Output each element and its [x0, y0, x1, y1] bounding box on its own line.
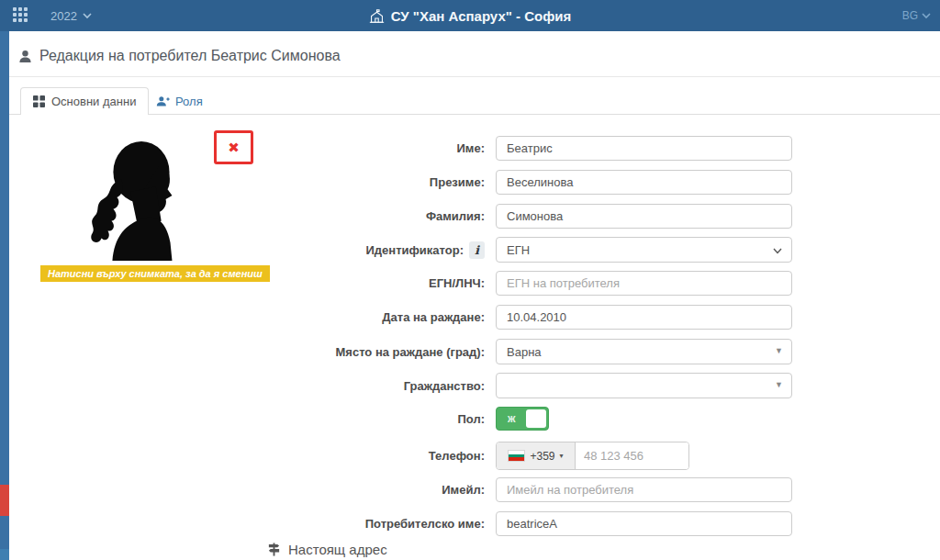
- birth-date-label: Дата на раждане:: [193, 305, 496, 330]
- form-row-birth-place: Място на раждане (град): Варна ▼: [193, 339, 808, 364]
- info-icon[interactable]: i: [469, 241, 485, 259]
- phone-input[interactable]: [576, 442, 689, 469]
- page-title: Редакция на потребител Беатрис Симонова: [18, 48, 341, 64]
- dial-code-dropdown[interactable]: +359 ▾: [497, 442, 576, 469]
- username-label: Потребителско име:: [193, 511, 496, 536]
- dial-code-label: +359: [530, 450, 554, 463]
- form-row-gender: Пол: ж: [193, 407, 808, 431]
- birth-place-combobox[interactable]: Варна ▼: [496, 339, 792, 364]
- email-label: Имейл:: [193, 477, 496, 502]
- user-plus-icon: [156, 95, 170, 107]
- form-row-username: Потребителско име:: [193, 511, 808, 536]
- page-title-label: Редакция на потребител Беатрис Симонова: [39, 48, 341, 64]
- gender-toggle-value: ж: [508, 412, 516, 425]
- identifier-select[interactable]: ЕГН: [496, 237, 792, 263]
- tab-basic-data[interactable]: Основни данни: [20, 87, 149, 115]
- tab-role[interactable]: Роля: [147, 87, 212, 115]
- caret-down-icon: ▼: [775, 380, 783, 389]
- school-icon: [369, 8, 385, 24]
- form-row-birth-date: Дата на раждане:: [193, 305, 808, 330]
- caret-down-icon: ▼: [775, 346, 783, 355]
- birth-place-label: Място на раждане (град):: [193, 339, 496, 364]
- identifier-selected-value: ЕГН: [507, 243, 530, 257]
- citizenship-label: Гражданство:: [193, 373, 496, 398]
- egn-label: ЕГН/ЛНЧ:: [193, 271, 496, 296]
- language-dropdown[interactable]: BG: [902, 0, 931, 31]
- middle-name-label: Презиме:: [193, 170, 496, 195]
- school-title: СУ "Хан Аспарух" - София: [0, 0, 940, 31]
- identifier-label: Идентификатор: i: [193, 237, 496, 263]
- citizenship-combobox[interactable]: ▼: [496, 373, 792, 398]
- tab-basic-data-label: Основни данни: [51, 95, 136, 108]
- last-name-input[interactable]: [496, 204, 792, 229]
- school-title-label: СУ "Хан Аспарух" - София: [391, 8, 572, 24]
- user-icon: [18, 50, 32, 63]
- caret-down-icon: ▾: [560, 452, 564, 460]
- form-row-phone: Телефон: +359 ▾: [193, 442, 808, 470]
- form-row-citizenship: Гражданство: ▼: [193, 373, 808, 398]
- sidebar-rail-red-segment: [0, 485, 9, 516]
- first-name-input[interactable]: [496, 136, 792, 161]
- sidebar-rail[interactable]: [0, 31, 9, 560]
- grid-icon: [33, 95, 45, 107]
- birth-place-selected-value: Варна: [507, 345, 542, 359]
- form-row-email: Имейл:: [193, 477, 808, 502]
- form-row-egn: ЕГН/ЛНЧ:: [193, 271, 808, 296]
- first-name-label: Име:: [193, 136, 496, 161]
- user-edit-page: 2022 СУ "Хан Аспарух" - София BG: [0, 0, 940, 560]
- current-address-heading: Настоящ адрес: [267, 542, 387, 557]
- chevron-down-icon: [922, 11, 931, 20]
- toggle-knob: [526, 409, 546, 428]
- phone-input-group: +359 ▾: [496, 442, 689, 470]
- gender-toggle[interactable]: ж: [496, 407, 549, 431]
- gender-label: Пол:: [193, 407, 496, 431]
- egn-input[interactable]: [496, 271, 792, 296]
- chevron-down-icon: [772, 245, 783, 256]
- birth-date-input[interactable]: [496, 305, 792, 330]
- last-name-label: Фамилия:: [193, 204, 496, 229]
- current-address-label: Настоящ адрес: [288, 542, 387, 557]
- top-navbar: 2022 СУ "Хан Аспарух" - София BG: [0, 0, 940, 31]
- girl-silhouette-image: [84, 136, 195, 263]
- email-input[interactable]: [496, 477, 792, 502]
- language-label: BG: [902, 9, 918, 22]
- tab-role-label: Роля: [175, 95, 203, 108]
- form-row-first-name: Име:: [193, 136, 808, 161]
- bulgaria-flag-icon: [508, 450, 525, 462]
- phone-label: Телефон:: [193, 442, 496, 470]
- sidebar-rail-bottom-segment: [0, 549, 9, 560]
- form-row-middle-name: Презиме:: [193, 170, 808, 195]
- title-divider: [9, 76, 940, 77]
- map-signs-icon: [267, 543, 281, 556]
- form-row-identifier: Идентификатор: i ЕГН: [193, 237, 808, 263]
- user-photo[interactable]: [84, 136, 195, 263]
- username-input[interactable]: [496, 511, 792, 536]
- middle-name-input[interactable]: [496, 170, 792, 195]
- form-row-last-name: Фамилия:: [193, 204, 808, 229]
